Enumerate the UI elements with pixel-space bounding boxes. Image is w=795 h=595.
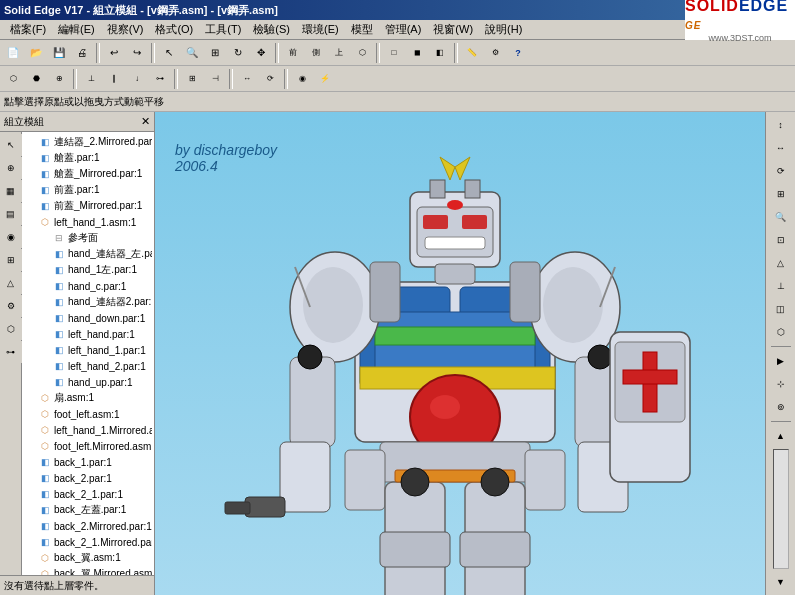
tree-item[interactable]: ◧left_hand_2.par:1 <box>24 358 152 374</box>
rt-scrollbar[interactable] <box>773 449 789 569</box>
tree-item[interactable]: ◧前蓋_Mirrored.par:1 <box>24 198 152 214</box>
tree-view[interactable]: ◧連結器_2.Mirrored.par:1◧艙蓋.par:1◧艙蓋_Mirror… <box>22 132 154 575</box>
tree-item[interactable]: ◧left_hand.par:1 <box>24 326 152 342</box>
array-button[interactable]: ⊞ <box>181 68 203 90</box>
pan-button[interactable]: ✥ <box>250 42 272 64</box>
tree-item[interactable]: ◧連結器_2.Mirrored.par:1 <box>24 134 152 150</box>
part-button[interactable]: ⬡ <box>2 68 24 90</box>
align-button[interactable]: ∥ <box>103 68 125 90</box>
rotate-button[interactable]: ↻ <box>227 42 249 64</box>
menu-help[interactable]: 說明(H) <box>479 21 528 38</box>
rt-btn10[interactable]: ⬡ <box>770 321 792 343</box>
menu-env[interactable]: 環境(E) <box>296 21 345 38</box>
tree-item[interactable]: ⬡扇.asm:1 <box>24 390 152 406</box>
menu-view[interactable]: 視察(V) <box>101 21 150 38</box>
rt-btn9[interactable]: ◫ <box>770 298 792 320</box>
move-button[interactable]: ↔ <box>236 68 258 90</box>
tree-item[interactable]: ◧back_2_1.par:1 <box>24 486 152 502</box>
mirror-button[interactable]: ⊣ <box>204 68 226 90</box>
tree-item[interactable]: ◧前蓋.par:1 <box>24 182 152 198</box>
tree-item[interactable]: ◧back_2.par:1 <box>24 470 152 486</box>
lv-select[interactable]: ↖ <box>0 134 22 156</box>
tree-item[interactable]: ◧back_1.par:1 <box>24 454 152 470</box>
motor-button[interactable]: ⚡ <box>314 68 336 90</box>
tree-item[interactable]: ◧left_hand_1.par:1 <box>24 342 152 358</box>
tree-item[interactable]: ◧back_左蓋.par:1 <box>24 502 152 518</box>
rt-btn6[interactable]: ⊡ <box>770 229 792 251</box>
lv-btn10[interactable]: ⊶ <box>0 341 22 363</box>
zoom-fit-button[interactable]: ⊞ <box>204 42 226 64</box>
rt-btn13[interactable]: ⊚ <box>770 396 792 418</box>
rt-btn3[interactable]: ⟳ <box>770 160 792 182</box>
lv-btn4[interactable]: ▤ <box>0 203 22 225</box>
menu-manage[interactable]: 管理(A) <box>379 21 428 38</box>
tree-item[interactable]: ◧hand_連結器2.par:1 <box>24 294 152 310</box>
lv-btn8[interactable]: ⚙ <box>0 295 22 317</box>
tree-item[interactable]: ⬡left_hand_1.asm:1 <box>24 214 152 230</box>
side-view[interactable]: 側 <box>305 42 327 64</box>
menu-tools[interactable]: 工具(T) <box>199 21 247 38</box>
lv-btn3[interactable]: ▦ <box>0 180 22 202</box>
viewport[interactable]: by dischargeboy 2006.4 <box>155 112 765 595</box>
rt-scroll-down[interactable]: ▼ <box>770 571 792 593</box>
undo-button[interactable]: ↩ <box>103 42 125 64</box>
tree-item[interactable]: ◧艙蓋_Mirrored.par:1 <box>24 166 152 182</box>
tree-item[interactable]: ◧hand_1左.par:1 <box>24 262 152 278</box>
iso-view[interactable]: ⬡ <box>351 42 373 64</box>
top-view[interactable]: 上 <box>328 42 350 64</box>
menu-inspect[interactable]: 檢驗(S) <box>247 21 296 38</box>
insert-button[interactable]: ↓ <box>126 68 148 90</box>
mate-button[interactable]: ⊥ <box>80 68 102 90</box>
new-button[interactable]: 📄 <box>2 42 24 64</box>
rt-btn12[interactable]: ⊹ <box>770 373 792 395</box>
rt-btn7[interactable]: △ <box>770 252 792 274</box>
measure-button[interactable]: 📏 <box>461 42 483 64</box>
tree-item[interactable]: ⬡back_翼.asm:1 <box>24 550 152 566</box>
tree-item[interactable]: ◧back_2.Mirrored.par:1 <box>24 518 152 534</box>
lv-btn7[interactable]: △ <box>0 272 22 294</box>
rt-btn2[interactable]: ↔ <box>770 137 792 159</box>
tree-item[interactable]: ⬡foot_left.asm:1 <box>24 406 152 422</box>
menu-edit[interactable]: 編輯(E) <box>52 21 101 38</box>
sensor-button[interactable]: ◉ <box>291 68 313 90</box>
save-button[interactable]: 💾 <box>48 42 70 64</box>
tree-item[interactable]: ⊟參考面 <box>24 230 152 246</box>
tree-item[interactable]: ⬡left_hand_1.Mirrored.asm <box>24 422 152 438</box>
rt-btn8[interactable]: ⊥ <box>770 275 792 297</box>
rt-btn4[interactable]: ⊞ <box>770 183 792 205</box>
menu-model[interactable]: 模型 <box>345 21 379 38</box>
tree-item[interactable]: ◧艙蓋.par:1 <box>24 150 152 166</box>
connect-button[interactable]: ⊶ <box>149 68 171 90</box>
rt-btn1[interactable]: ↕ <box>770 114 792 136</box>
tree-item[interactable]: ◧hand_c.par:1 <box>24 278 152 294</box>
lv-btn2[interactable]: ⊕ <box>0 157 22 179</box>
lv-btn5[interactable]: ◉ <box>0 226 22 248</box>
print-button[interactable]: 🖨 <box>71 42 93 64</box>
tree-item[interactable]: ◧hand_down.par:1 <box>24 310 152 326</box>
tree-item[interactable]: ⬡back_翼.Mirrored.asm:1 <box>24 566 152 575</box>
asm-button[interactable]: ⬣ <box>25 68 47 90</box>
help-icon-button[interactable]: ? <box>507 42 529 64</box>
redo-button[interactable]: ↪ <box>126 42 148 64</box>
front-view[interactable]: 前 <box>282 42 304 64</box>
open-button[interactable]: 📂 <box>25 42 47 64</box>
zoom-area-button[interactable]: 🔍 <box>181 42 203 64</box>
rt-btn11[interactable]: ▶ <box>770 350 792 372</box>
settings-button[interactable]: ⚙ <box>484 42 506 64</box>
select-button[interactable]: ↖ <box>158 42 180 64</box>
rotate3d-button[interactable]: ⟳ <box>259 68 281 90</box>
tree-item[interactable]: ◧hand_連結器_左.par:1 <box>24 246 152 262</box>
menu-file[interactable]: 檔案(F) <box>4 21 52 38</box>
lv-btn6[interactable]: ⊞ <box>0 249 22 271</box>
tree-item[interactable]: ◧hand_up.par:1 <box>24 374 152 390</box>
component-button[interactable]: ⊕ <box>48 68 70 90</box>
rt-btn5[interactable]: 🔍 <box>770 206 792 228</box>
rt-scroll-up[interactable]: ▲ <box>770 425 792 447</box>
lv-btn9[interactable]: ⬡ <box>0 318 22 340</box>
panel-close[interactable]: ✕ <box>141 115 150 128</box>
menu-format[interactable]: 格式(O) <box>149 21 199 38</box>
wire-button[interactable]: □ <box>383 42 405 64</box>
tree-item[interactable]: ⬡foot_left.Mirrored.asm:1 <box>24 438 152 454</box>
shade-button[interactable]: ◼ <box>406 42 428 64</box>
menu-window[interactable]: 視窗(W) <box>427 21 479 38</box>
